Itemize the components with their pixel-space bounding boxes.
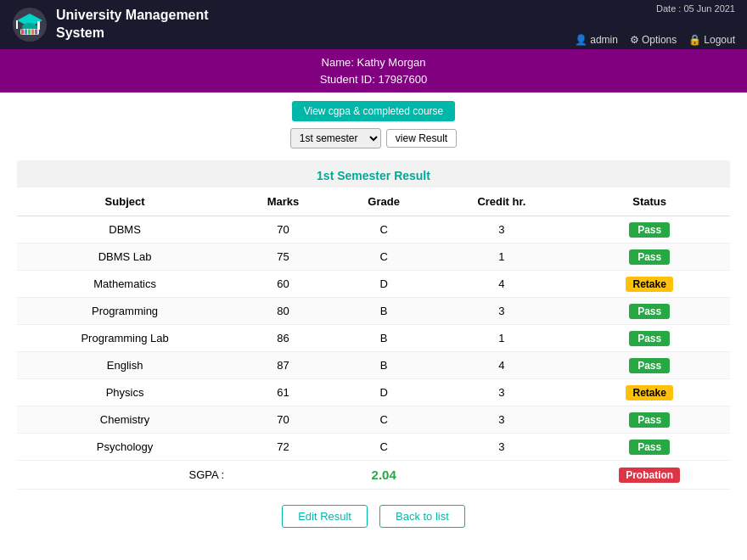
cell-credit: 3 [434,379,569,406]
cell-grade: C [334,406,435,434]
cell-subject: Programming [17,298,233,325]
cell-grade: D [334,271,435,298]
result-title: 1st Semester Result [17,160,730,188]
status-badge: Pass [629,440,670,455]
cell-marks: 70 [233,216,334,244]
cell-marks: 70 [233,406,334,434]
cell-credit: 4 [434,352,569,379]
student-id: Student ID: 17987600 [0,71,747,88]
cell-marks: 80 [233,298,334,325]
options-link[interactable]: ⚙ Options [630,34,677,46]
table-row: Chemistry 70 C 3 Pass [17,406,730,434]
svg-rect-7 [25,30,27,35]
cell-credit: 1 [434,244,569,271]
sgpa-status: Probation [569,461,730,490]
cell-marks: 86 [233,325,334,352]
cell-status: Pass [569,352,730,379]
col-grade: Grade [334,188,435,216]
cell-subject: DBMS Lab [17,244,233,271]
cell-status: Pass [569,325,730,352]
semester-controls: 1st semester 2nd semester 3rd semester v… [290,128,457,148]
svg-rect-9 [31,30,34,35]
cell-marks: 60 [233,271,334,298]
table-row: DBMS 70 C 3 Pass [17,216,730,244]
status-badge: Pass [629,358,670,373]
cell-subject: DBMS [17,216,233,244]
view-cgpa-button[interactable]: View cgpa & completed course [292,101,456,121]
cell-grade: C [334,434,435,461]
cell-credit: 3 [434,406,569,434]
semester-select[interactable]: 1st semester 2nd semester 3rd semester [290,128,381,148]
cell-credit: 4 [434,271,569,298]
cell-grade: B [334,325,435,352]
cell-credit: 1 [434,325,569,352]
cell-status: Pass [569,434,730,461]
student-name: Name: Kathy Morgan [0,54,747,71]
cell-grade: D [334,379,435,406]
cell-grade: B [334,352,435,379]
cell-credit: 3 [434,216,569,244]
cell-subject: Psychology [17,434,233,461]
cell-credit: 3 [434,434,569,461]
footer-buttons: Edit Result Back to list [0,490,747,545]
cell-status: Pass [569,216,730,244]
cell-grade: C [334,216,435,244]
status-badge: Pass [629,331,670,346]
sgpa-label: SGPA : [17,461,233,490]
header-date: Date : 05 Jun 2021 [656,3,735,14]
col-status: Status [569,188,730,216]
table-header-row: Subject Marks Grade Credit hr. Status [17,188,730,216]
cell-status: Retake [569,271,730,298]
header-nav: 👤 admin ⚙ Options 🔒 Logout [575,34,735,46]
table-row: English 87 B 4 Pass [17,352,730,379]
table-row: Psychology 72 C 3 Pass [17,434,730,461]
cell-marks: 61 [233,379,334,406]
header-title: University Management System [56,7,209,42]
cell-status: Pass [569,406,730,434]
logout-icon: 🔒 [688,34,701,46]
sgpa-empty-marks [233,461,334,490]
cell-marks: 75 [233,244,334,271]
cell-grade: B [334,298,435,325]
cell-subject: Mathematics [17,271,233,298]
table-row: Mathematics 60 D 4 Retake [17,271,730,298]
edit-result-button[interactable]: Edit Result [282,505,368,528]
result-section: 1st Semester Result Subject Marks Grade … [17,160,730,490]
view-result-button[interactable]: view Result [386,129,457,148]
cell-credit: 3 [434,298,569,325]
header-right: Date : 05 Jun 2021 👤 admin ⚙ Options 🔒 L… [575,0,735,49]
cell-status: Retake [569,379,730,406]
cell-marks: 87 [233,352,334,379]
svg-rect-6 [21,30,24,35]
sgpa-row: SGPA : 2.04 Probation [17,461,730,490]
svg-rect-10 [35,30,37,35]
svg-rect-8 [28,30,31,35]
status-badge: Retake [626,385,672,400]
logout-link[interactable]: 🔒 Logout [688,34,735,46]
result-table: Subject Marks Grade Credit hr. Status DB… [17,188,730,490]
cell-subject: Programming Lab [17,325,233,352]
gear-icon: ⚙ [630,34,639,46]
university-logo [12,7,48,42]
student-info-bar: Name: Kathy Morgan Student ID: 17987600 [0,49,747,92]
col-credit: Credit hr. [434,188,569,216]
svg-rect-2 [37,21,40,30]
table-row: Physics 61 D 3 Retake [17,379,730,406]
sgpa-value: 2.04 [334,461,435,490]
sgpa-empty-credit [434,461,569,490]
controls-section: View cgpa & completed course 1st semeste… [0,92,747,154]
status-badge: Pass [629,222,670,238]
col-marks: Marks [233,188,334,216]
cell-subject: English [17,352,233,379]
back-to-list-button[interactable]: Back to list [379,505,465,528]
cell-subject: Physics [17,379,233,406]
admin-link[interactable]: 👤 admin [575,34,618,46]
table-row: Programming 80 B 3 Pass [17,298,730,325]
sgpa-status-badge: Probation [619,468,680,483]
cell-grade: C [334,244,435,271]
table-row: Programming Lab 86 B 1 Pass [17,325,730,352]
cell-marks: 72 [233,434,334,461]
user-icon: 👤 [575,34,587,46]
status-badge: Pass [629,304,670,319]
header: University Management System Date : 05 J… [0,0,747,49]
